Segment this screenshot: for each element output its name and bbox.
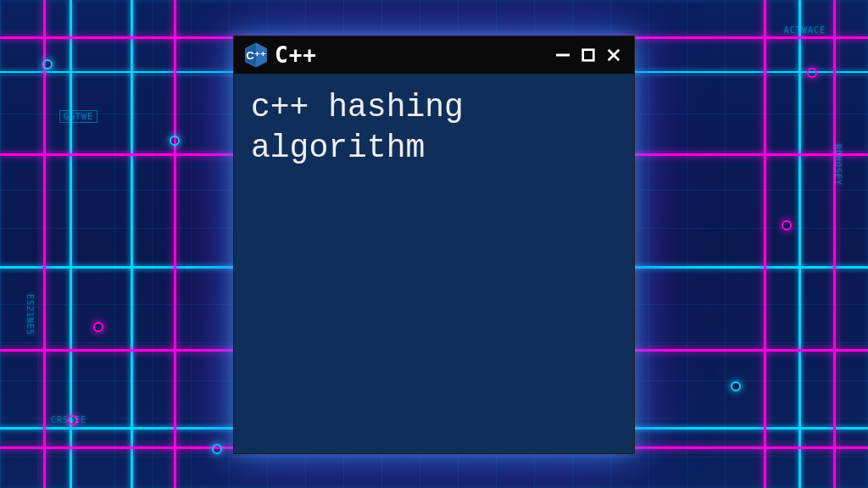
terminal-window: C⁺⁺ C++ c++ hashing algorithm [233, 36, 635, 454]
bg-decoration-text: ES21NE5 [25, 294, 35, 336]
window-titlebar[interactable]: C⁺⁺ C++ [234, 36, 634, 74]
circuit-node [170, 136, 180, 146]
cpp-hexagon-icon: C⁺⁺ [244, 42, 268, 69]
circuit-node [93, 322, 103, 332]
bg-decoration-text: CRSGEE [51, 415, 86, 424]
bg-decoration-text: RDHOSEY [833, 144, 843, 186]
circuit-node [731, 381, 741, 391]
circuit-node [807, 68, 817, 78]
svg-text:C⁺⁺: C⁺⁺ [246, 49, 265, 62]
close-button[interactable] [604, 45, 624, 65]
window-controls [553, 45, 624, 65]
circuit-node [782, 220, 792, 230]
circuit-node [212, 444, 222, 454]
maximize-button[interactable] [578, 45, 598, 65]
window-title: C++ [275, 42, 546, 68]
svg-rect-4 [583, 50, 594, 61]
bg-decoration-text: GSTWE [59, 110, 97, 123]
terminal-content[interactable]: c++ hashing algorithm [234, 74, 634, 453]
circuit-node [42, 59, 53, 69]
code-text: c++ hashing algorithm [251, 87, 617, 168]
bg-decoration-text: ACTWACE [784, 25, 826, 35]
minimize-button[interactable] [553, 45, 573, 65]
